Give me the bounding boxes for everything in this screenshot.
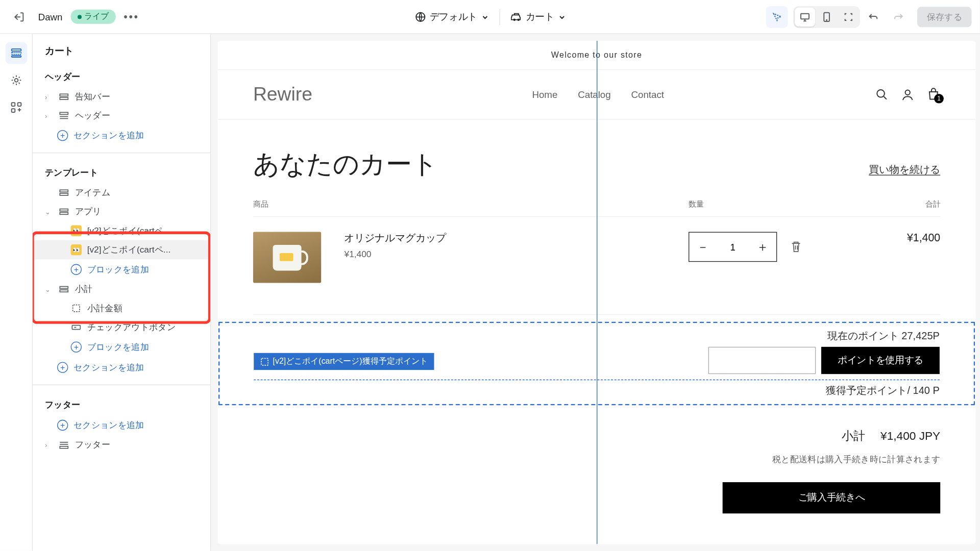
- chevron-right-icon: ›: [45, 112, 53, 119]
- section-icon: [59, 439, 69, 450]
- svg-rect-24: [60, 446, 68, 448]
- store-nav: Home Catalog Contact: [321, 89, 875, 100]
- topbar: Dawn ライブ ••• デフォルト カート: [0, 0, 980, 34]
- desktop-viewport-icon[interactable]: [795, 7, 815, 26]
- add-block-subtotal[interactable]: + ブロックを追加: [33, 337, 210, 357]
- nav-home[interactable]: Home: [532, 89, 557, 100]
- left-rail: [0, 34, 33, 551]
- product-image[interactable]: [253, 232, 321, 283]
- add-section-label: セクションを追加: [74, 419, 144, 431]
- svg-rect-27: [261, 358, 268, 365]
- svg-rect-16: [60, 190, 68, 192]
- checkout-button[interactable]: ご購入手続きへ: [723, 482, 941, 513]
- cart-icon[interactable]: 1: [927, 88, 941, 102]
- header-group-label: ヘッダー: [33, 64, 210, 87]
- theme-name: Dawn: [38, 11, 63, 22]
- exit-icon[interactable]: [8, 6, 30, 28]
- svg-rect-13: [60, 94, 68, 96]
- svg-point-26: [905, 90, 910, 95]
- sidebar: カート ヘッダー › 告知バー › ヘッダー + セクションを追加 テンプレート…: [33, 34, 211, 551]
- add-block-app[interactable]: + ブロックを追加: [33, 259, 210, 280]
- mobile-viewport-icon[interactable]: [817, 7, 837, 26]
- svg-point-5: [826, 19, 827, 20]
- add-section-template[interactable]: + セクションを追加: [33, 357, 210, 378]
- search-icon[interactable]: [875, 88, 889, 102]
- chevron-down-icon: ⌄: [45, 208, 53, 215]
- viewport-switcher: [793, 6, 860, 28]
- svg-rect-21: [60, 290, 68, 292]
- sidebar-item-footer[interactable]: › フッター: [33, 435, 210, 454]
- qty-plus-button[interactable]: ＋: [749, 239, 776, 255]
- points-input[interactable]: [708, 347, 816, 374]
- svg-rect-3: [801, 13, 809, 19]
- svg-rect-20: [60, 286, 68, 288]
- divider: [33, 384, 210, 385]
- tree-label: ヘッダー: [75, 110, 110, 122]
- product-price: ¥1,400: [344, 249, 688, 259]
- tree-label: 小計: [75, 283, 93, 295]
- template-dropdown[interactable]: カート: [510, 11, 565, 23]
- add-section-header[interactable]: + セクションを追加: [33, 125, 210, 145]
- footer-group-label: フッター: [33, 392, 210, 415]
- template-label: カート: [526, 11, 554, 23]
- tree-label: フッター: [75, 439, 110, 451]
- section-icon: [59, 206, 69, 217]
- remove-item-icon[interactable]: [791, 241, 801, 253]
- tree-label: [v2]どこポイ(cartペ...: [87, 224, 171, 237]
- qty-minus-button[interactable]: －: [689, 239, 716, 255]
- qty-value[interactable]: 1: [717, 241, 749, 252]
- chevron-right-icon: ›: [45, 441, 53, 448]
- svg-rect-14: [60, 97, 68, 99]
- svg-rect-6: [11, 49, 21, 51]
- section-icon: [59, 284, 69, 294]
- svg-rect-12: [11, 109, 15, 112]
- locale-label: デフォルト: [430, 11, 477, 23]
- cart-title: あなたのカート: [253, 147, 438, 182]
- add-section-footer[interactable]: + セクションを追加: [33, 415, 210, 435]
- plus-icon: +: [71, 264, 82, 274]
- sidebar-item-subtotal-amount[interactable]: 小計金額: [33, 298, 210, 317]
- more-actions-icon[interactable]: •••: [124, 11, 139, 23]
- sidebar-item-app-block-1[interactable]: 👀 [v2]どこポイ(cartペ...: [33, 221, 210, 240]
- block-icon: [71, 303, 82, 313]
- product-name[interactable]: オリジナルマグカップ: [344, 232, 688, 245]
- continue-shopping-link[interactable]: 買い物を続ける: [869, 163, 940, 176]
- inspector-icon[interactable]: [766, 6, 788, 28]
- use-points-button[interactable]: ポイントを使用する: [821, 347, 940, 374]
- divider: [499, 9, 500, 25]
- locale-dropdown[interactable]: デフォルト: [414, 11, 488, 23]
- apps-tab-icon[interactable]: [5, 96, 27, 118]
- account-icon[interactable]: [901, 88, 915, 102]
- svg-rect-17: [60, 193, 68, 195]
- svg-rect-22: [73, 305, 80, 311]
- nav-catalog[interactable]: Catalog: [578, 89, 610, 100]
- sections-tab-icon[interactable]: [5, 42, 27, 64]
- tree-label: 告知バー: [75, 90, 110, 103]
- cart-count-badge: 1: [934, 94, 944, 104]
- chevron-down-icon: ⌄: [45, 285, 53, 293]
- tree-label: アプリ: [75, 206, 102, 218]
- svg-rect-8: [11, 56, 21, 57]
- nav-contact[interactable]: Contact: [631, 89, 664, 100]
- col-qty: 数量: [689, 199, 859, 210]
- sidebar-item-checkout-button[interactable]: チェックアウトボタン: [33, 318, 210, 337]
- chevron-right-icon: ›: [45, 93, 53, 101]
- line-total: ¥1,400: [859, 232, 940, 244]
- svg-rect-7: [11, 53, 21, 55]
- sidebar-item-header[interactable]: › ヘッダー: [33, 106, 210, 125]
- fullscreen-viewport-icon[interactable]: [838, 7, 859, 26]
- save-button: 保存する: [917, 7, 972, 27]
- sidebar-item-subtotal[interactable]: ⌄ 小計: [33, 280, 210, 298]
- redo-icon[interactable]: [887, 6, 909, 28]
- svg-rect-10: [11, 103, 15, 106]
- sidebar-item-announcement[interactable]: › 告知バー: [33, 87, 210, 106]
- col-product: 商品: [253, 199, 689, 210]
- quantity-stepper: － 1 ＋: [689, 232, 777, 262]
- sidebar-item-app-block-2[interactable]: 👀 [v2]どこポイ(cartペ...: [33, 240, 210, 259]
- sidebar-item-app[interactable]: ⌄ アプリ: [33, 202, 210, 221]
- sidebar-item-items[interactable]: アイテム: [33, 183, 210, 202]
- undo-icon[interactable]: [863, 6, 885, 28]
- tree-label: 小計金額: [87, 302, 122, 314]
- section-icon: [59, 91, 69, 102]
- settings-tab-icon[interactable]: [5, 69, 27, 91]
